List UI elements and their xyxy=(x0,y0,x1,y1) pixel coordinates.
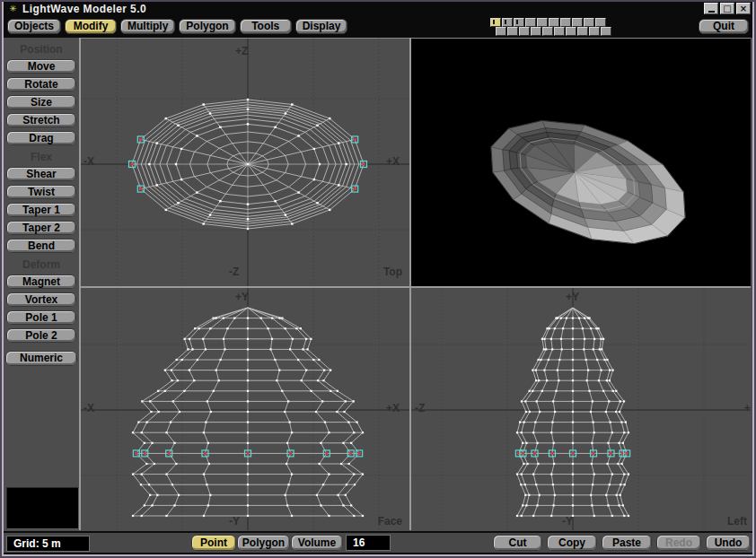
tool-pole-1[interactable]: Pole 1 xyxy=(6,310,76,325)
bg-layer-8[interactable] xyxy=(577,27,588,36)
tab-display[interactable]: Display xyxy=(295,19,348,34)
copy-button[interactable]: Copy xyxy=(547,535,597,551)
bg-layer-5[interactable] xyxy=(542,27,553,36)
section-header-deform: Deform xyxy=(4,259,79,271)
tool-magnet[interactable]: Magnet xyxy=(6,275,76,289)
tool-vortex[interactable]: Vortex xyxy=(6,292,76,307)
sidebar-divider xyxy=(79,38,81,530)
selection-mode-group: PointPolygonVolume xyxy=(191,535,343,551)
fg-layer-10[interactable] xyxy=(595,18,606,27)
viewport-name-left: Left xyxy=(727,516,747,527)
tool-drag[interactable]: Drag xyxy=(6,131,76,145)
quit-button[interactable]: Quit xyxy=(699,19,749,34)
tool-move[interactable]: Move xyxy=(6,59,76,74)
viewport-face[interactable]: +Y -X +X -Y Face xyxy=(81,288,409,530)
axis-label-ny: -Y xyxy=(562,516,573,527)
axis-label-nx: -X xyxy=(84,156,94,167)
bg-layer-4[interactable] xyxy=(531,27,541,36)
selection-count-display: 16 xyxy=(346,535,391,551)
tool-stretch[interactable]: Stretch xyxy=(6,113,76,127)
fg-layer-4[interactable] xyxy=(525,18,536,27)
tool-shear[interactable]: Shear xyxy=(6,167,76,181)
paste-button[interactable]: Paste xyxy=(602,535,652,551)
tool-twist[interactable]: Twist xyxy=(6,185,76,199)
axis-label-nz: -Z xyxy=(415,403,425,414)
grid-size-display: Grid: 5 m xyxy=(6,536,90,552)
tab-tools[interactable]: Tools xyxy=(240,19,292,34)
tab-polygon[interactable]: Polygon xyxy=(179,19,235,34)
layer-content-dot xyxy=(516,20,518,24)
mode-point[interactable]: Point xyxy=(191,535,236,551)
undo-button[interactable]: Undo xyxy=(706,535,751,551)
bg-layer-1[interactable] xyxy=(496,27,506,36)
viewport-divider-horizontal[interactable] xyxy=(81,286,751,288)
bg-layer-6[interactable] xyxy=(554,27,565,36)
tool-bend[interactable]: Bend xyxy=(6,239,76,253)
fg-layer-7[interactable] xyxy=(560,18,571,27)
tab-objects[interactable]: Objects xyxy=(7,19,61,34)
foreground-layer-row xyxy=(490,18,612,27)
mode-polygon[interactable]: Polygon xyxy=(237,535,290,551)
axis-label-nx: -X xyxy=(84,403,94,414)
fg-layer-1[interactable] xyxy=(490,18,501,27)
fg-layer-3[interactable] xyxy=(514,18,524,27)
fg-layer-5[interactable] xyxy=(537,18,548,27)
mode-volume[interactable]: Volume xyxy=(291,535,343,551)
statusbar: Grid: 5 m PointPolygonVolume 16 CutCopyP… xyxy=(4,531,752,554)
bg-layer-2[interactable] xyxy=(507,27,518,36)
cut-button[interactable]: Cut xyxy=(493,535,542,551)
section-header-position: Position xyxy=(4,44,79,56)
axis-label-pz: +Z xyxy=(744,403,751,414)
redo-button: Redo xyxy=(656,535,701,551)
menubar: ObjectsModifyMultiplyPolygonToolsDisplay… xyxy=(4,15,752,38)
axis-label-px: +X xyxy=(386,403,400,414)
tool-pole-2[interactable]: Pole 2 xyxy=(6,328,76,343)
tool-taper-2[interactable]: Taper 2 xyxy=(6,221,76,235)
face-view-wireframe xyxy=(81,288,409,530)
minimize-icon[interactable] xyxy=(704,3,718,14)
axis-label-py: +Y xyxy=(566,292,579,302)
shaded-preview-render xyxy=(411,39,751,286)
numeric-button[interactable]: Numeric xyxy=(5,351,77,366)
fg-layer-2[interactable] xyxy=(502,18,513,27)
lightwave-modeler-window: ✳ LightWave Modeler 5.0 □ × ObjectsModif… xyxy=(0,0,756,558)
viewport-left[interactable]: +Y -Z +Z -Y Left xyxy=(411,288,751,530)
viewport-preview-3d[interactable] xyxy=(411,39,751,286)
section-header-flex: Flex xyxy=(4,152,79,163)
layer-content-dot xyxy=(493,20,495,24)
axis-label-py: +Y xyxy=(235,292,249,302)
axis-label-ny: -Y xyxy=(229,516,240,527)
viewport-divider-top xyxy=(81,38,751,39)
fg-layer-6[interactable] xyxy=(549,18,559,27)
fg-layer-9[interactable] xyxy=(584,18,594,27)
layer-bank xyxy=(490,18,612,36)
viewport-top[interactable]: +Z -X +X -Z Top xyxy=(81,39,409,286)
tool-taper-1[interactable]: Taper 1 xyxy=(6,203,76,217)
bg-layer-3[interactable] xyxy=(519,27,530,36)
bottom-strip xyxy=(4,553,752,555)
viewport-divider-vertical[interactable] xyxy=(409,38,411,530)
axis-label-pz: +Z xyxy=(235,46,248,57)
tab-modify[interactable]: Modify xyxy=(65,19,117,34)
maximize-icon[interactable]: □ xyxy=(720,3,734,14)
window-controls: □ × xyxy=(704,3,751,14)
tool-rotate[interactable]: Rotate xyxy=(6,77,76,92)
tool-sidebar: PositionMoveRotateSizeStretchDragFlexShe… xyxy=(4,38,79,531)
tab-multiply[interactable]: Multiply xyxy=(120,19,175,34)
titlebar: ✳ LightWave Modeler 5.0 □ × xyxy=(4,2,752,15)
tool-size[interactable]: Size xyxy=(6,95,76,109)
top-view-wireframe xyxy=(81,39,409,286)
window-title: LightWave Modeler 5.0 xyxy=(22,3,146,15)
menu-tab-group: ObjectsModifyMultiplyPolygonToolsDisplay xyxy=(7,19,347,34)
fg-layer-8[interactable] xyxy=(572,18,583,27)
app-icon: ✳ xyxy=(7,3,19,14)
bg-layer-10[interactable] xyxy=(601,27,611,36)
background-layer-row xyxy=(496,27,612,36)
bg-layer-7[interactable] xyxy=(566,27,576,36)
viewport-name-face: Face xyxy=(378,516,402,527)
bg-layer-9[interactable] xyxy=(589,27,600,36)
close-icon[interactable]: × xyxy=(736,3,751,14)
edit-button-group: CutCopyPasteRedoUndo xyxy=(493,535,751,551)
axis-label-nz: -Z xyxy=(229,266,239,277)
left-view-wireframe xyxy=(411,288,751,530)
